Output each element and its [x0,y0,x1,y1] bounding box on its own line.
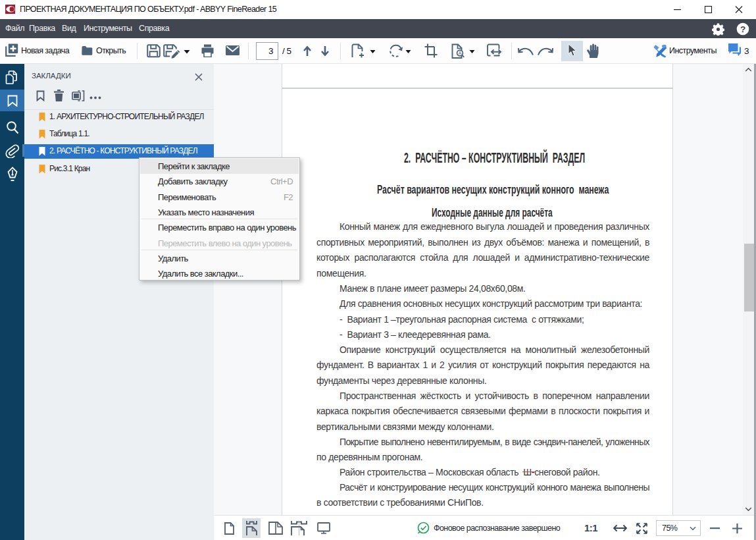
svg-text:?: ? [740,24,745,34]
svg-text:A: A [459,51,462,55]
